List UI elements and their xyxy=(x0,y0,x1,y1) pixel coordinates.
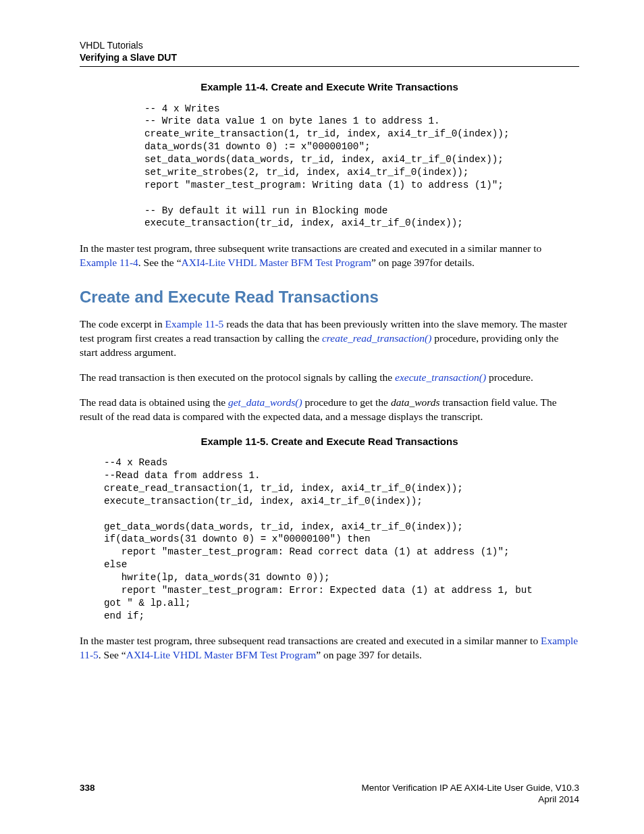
header-chapter: VHDL Tutorials xyxy=(80,39,579,51)
page-number: 338 xyxy=(80,782,95,794)
text: The code excerpt in xyxy=(80,318,165,330)
text: ” on page 397for details. xyxy=(371,257,475,268)
page: VHDL Tutorials Verifying a Slave DUT Exa… xyxy=(0,0,644,834)
link-get-data-words[interactable]: get_data_words() xyxy=(228,396,302,408)
example-11-4-title: Example 11-4. Create and Execute Write T… xyxy=(80,80,579,94)
paragraph-intro-read: The code excerpt in Example 11-5 reads t… xyxy=(80,317,579,360)
text: procedure. xyxy=(486,371,533,383)
paragraph-get-words: The read data is obtained using the get_… xyxy=(80,396,579,424)
example-11-5-code: --4 x Reads --Read data from address 1. … xyxy=(104,457,579,622)
header-rule xyxy=(80,66,579,67)
text: . See the “ xyxy=(138,257,182,268)
italic-data-words: data_words xyxy=(391,396,440,408)
link-execute-transaction[interactable]: execute_transaction() xyxy=(395,371,486,383)
link-example-11-4[interactable]: Example 11-4 xyxy=(80,257,138,268)
paragraph-after-11-4: In the master test program, three subseq… xyxy=(80,242,579,270)
text: In the master test program, three subseq… xyxy=(80,635,541,646)
text: ” on page 397 for details. xyxy=(316,649,422,660)
example-11-4-code: -- 4 x Writes -- Write data value 1 on b… xyxy=(144,103,579,230)
running-header: VHDL Tutorials Verifying a Slave DUT xyxy=(80,39,579,63)
link-create-read-transaction[interactable]: create_read_transaction() xyxy=(322,332,431,344)
link-axi4-master-bfm[interactable]: AXI4-Lite VHDL Master BFM Test Program xyxy=(182,257,371,268)
text: The read transaction is then executed on… xyxy=(80,371,395,383)
example-11-5-title: Example 11-5. Create and Execute Read Tr… xyxy=(80,435,579,448)
page-footer: 338 Mentor Verification IP AE AXI4-Lite … xyxy=(80,782,579,806)
link-example-11-5[interactable]: Example 11-5 xyxy=(165,318,224,330)
link-axi4-master-bfm-b[interactable]: AXI4-Lite VHDL Master BFM Test Program xyxy=(126,649,316,660)
footer-doc-title: Mentor Verification IP AE AXI4-Lite User… xyxy=(362,783,579,793)
paragraph-exec-read: The read transaction is then executed on… xyxy=(80,371,579,385)
section-heading-read-transactions: Create and Execute Read Transactions xyxy=(80,286,579,308)
paragraph-after-11-5: In the master test program, three subseq… xyxy=(80,634,579,662)
text: In the master test program, three subseq… xyxy=(80,242,541,254)
text: . See “ xyxy=(99,649,126,660)
header-section: Verifying a Slave DUT xyxy=(80,51,579,63)
text: The read data is obtained using the xyxy=(80,396,228,408)
text: procedure to get the xyxy=(302,396,391,408)
footer-date: April 2014 xyxy=(538,794,579,804)
